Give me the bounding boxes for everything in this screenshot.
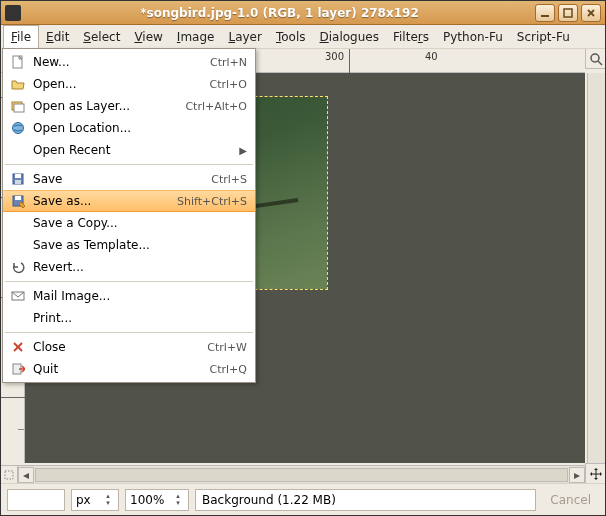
menu-item-save-as[interactable]: Save as... Shift+Ctrl+S bbox=[3, 190, 255, 212]
separator bbox=[5, 332, 253, 333]
menu-item-save-template[interactable]: Save as Template... bbox=[3, 234, 255, 256]
quickmask-toggle[interactable] bbox=[1, 465, 18, 483]
titlebar[interactable]: *songbird.jpg-1.0 (RGB, 1 layer) 278x192 bbox=[1, 1, 605, 25]
menu-item-print[interactable]: Print... bbox=[3, 307, 255, 329]
menu-item-new[interactable]: New... Ctrl+N bbox=[3, 51, 255, 73]
open-icon bbox=[9, 76, 27, 92]
separator bbox=[5, 164, 253, 165]
horizontal-scrollbar[interactable]: ◂ ▸ bbox=[18, 465, 585, 483]
save-icon bbox=[9, 171, 27, 187]
open-layer-icon bbox=[9, 98, 27, 114]
separator bbox=[5, 281, 253, 282]
svg-rect-19 bbox=[5, 471, 13, 479]
window-title: *songbird.jpg-1.0 (RGB, 1 layer) 278x192 bbox=[27, 6, 532, 20]
move-icon bbox=[589, 467, 603, 481]
unit-label: px bbox=[76, 493, 91, 507]
svg-line-18 bbox=[598, 61, 602, 65]
menu-item-save[interactable]: Save Ctrl+S bbox=[3, 168, 255, 190]
svg-rect-1 bbox=[564, 9, 572, 17]
svg-rect-10 bbox=[15, 180, 21, 184]
svg-rect-6 bbox=[14, 104, 24, 112]
menu-item-mail-image[interactable]: Mail Image... bbox=[3, 285, 255, 307]
close-window-button[interactable] bbox=[581, 4, 601, 22]
zoom-nav-button[interactable] bbox=[585, 49, 605, 69]
minimize-button[interactable] bbox=[535, 4, 555, 22]
svg-rect-12 bbox=[15, 196, 21, 200]
app-icon bbox=[5, 5, 21, 21]
scroll-right-button[interactable]: ▸ bbox=[569, 467, 585, 483]
statusbar: px ▴▾ 100% ▴▾ Background (1.22 MB) Cance… bbox=[1, 483, 605, 515]
unit-selector[interactable]: px ▴▾ bbox=[71, 489, 119, 511]
menu-select[interactable]: Select bbox=[76, 25, 127, 48]
cancel-button: Cancel bbox=[542, 493, 599, 507]
svg-point-17 bbox=[591, 54, 599, 62]
menu-dialogues[interactable]: Dialogues bbox=[313, 25, 386, 48]
revert-icon bbox=[9, 259, 27, 275]
close-icon bbox=[9, 339, 27, 355]
maximize-button[interactable] bbox=[558, 4, 578, 22]
zoom-icon bbox=[589, 52, 603, 66]
gimp-image-window: *songbird.jpg-1.0 (RGB, 1 layer) 278x192… bbox=[0, 0, 606, 516]
menu-python-fu[interactable]: Python-Fu bbox=[436, 25, 510, 48]
menu-item-quit[interactable]: Quit Ctrl+Q bbox=[3, 358, 255, 380]
menu-item-revert[interactable]: Revert... bbox=[3, 256, 255, 278]
menu-item-open-as-layer[interactable]: Open as Layer... Ctrl+Alt+O bbox=[3, 95, 255, 117]
submenu-arrow-icon: ▶ bbox=[239, 145, 247, 156]
blank-icon bbox=[9, 237, 27, 253]
blank-icon bbox=[9, 142, 27, 158]
save-as-icon bbox=[9, 193, 27, 209]
spinner-icon: ▴▾ bbox=[102, 491, 114, 509]
cursor-position bbox=[7, 489, 65, 511]
zoom-label: 100% bbox=[130, 493, 164, 507]
menu-layer[interactable]: Layer bbox=[221, 25, 268, 48]
quit-icon bbox=[9, 361, 27, 377]
mail-icon bbox=[9, 288, 27, 304]
menu-item-open[interactable]: Open... Ctrl+O bbox=[3, 73, 255, 95]
spinner-icon: ▴▾ bbox=[172, 491, 184, 509]
menu-view[interactable]: View bbox=[127, 25, 169, 48]
navigate-button[interactable] bbox=[585, 463, 605, 483]
menu-item-open-recent[interactable]: Open Recent ▶ bbox=[3, 139, 255, 161]
status-message: Background (1.22 MB) bbox=[195, 489, 536, 511]
file-menu-dropdown: New... Ctrl+N Open... Ctrl+O Open as Lay… bbox=[2, 48, 256, 383]
vertical-scrollbar[interactable] bbox=[587, 73, 605, 463]
menu-file[interactable]: File bbox=[3, 25, 39, 48]
menu-edit[interactable]: Edit bbox=[39, 25, 76, 48]
globe-icon bbox=[9, 120, 27, 136]
menu-tools[interactable]: Tools bbox=[269, 25, 313, 48]
zoom-selector[interactable]: 100% ▴▾ bbox=[125, 489, 189, 511]
scroll-track[interactable] bbox=[35, 468, 568, 482]
svg-rect-9 bbox=[15, 174, 21, 178]
menu-item-save-copy[interactable]: Save a Copy... bbox=[3, 212, 255, 234]
new-icon bbox=[9, 54, 27, 70]
blank-icon bbox=[9, 215, 27, 231]
svg-rect-0 bbox=[541, 15, 549, 17]
svg-point-7 bbox=[13, 123, 24, 134]
menu-filters[interactable]: Filters bbox=[386, 25, 436, 48]
menu-image[interactable]: Image bbox=[170, 25, 222, 48]
menu-item-open-location[interactable]: Open Location... bbox=[3, 117, 255, 139]
blank-icon bbox=[9, 310, 27, 326]
menu-item-close[interactable]: Close Ctrl+W bbox=[3, 336, 255, 358]
menu-script-fu[interactable]: Script-Fu bbox=[510, 25, 577, 48]
scroll-left-button[interactable]: ◂ bbox=[18, 467, 34, 483]
menubar: File Edit Select View Image Layer Tools … bbox=[1, 25, 605, 49]
